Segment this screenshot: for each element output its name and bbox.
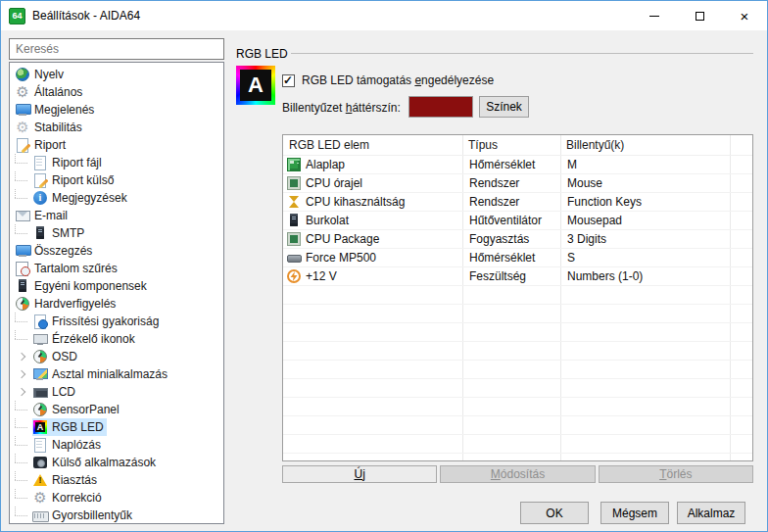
sidebar-item-label: Tartalom szűrés bbox=[34, 262, 118, 275]
row-keys: S bbox=[560, 251, 730, 265]
tree-connector bbox=[14, 436, 32, 454]
colors-button[interactable]: Színek bbox=[479, 96, 529, 118]
case-icon bbox=[286, 213, 302, 228]
tree-connector bbox=[14, 507, 32, 524]
sidebar-item-stabilitas[interactable]: Stabilitás bbox=[10, 119, 223, 136]
group-divider bbox=[291, 53, 753, 54]
table-row-alaplap[interactable]: AlaplapHőmérsékletM bbox=[283, 156, 752, 174]
sidebar-item-label: E-mail bbox=[34, 209, 68, 222]
search-input[interactable] bbox=[9, 38, 224, 60]
tree-connector bbox=[14, 454, 32, 471]
motherboard-icon bbox=[286, 157, 302, 172]
sidebar-item-tartalom-szures[interactable]: Tartalom szűrés bbox=[10, 260, 223, 277]
sidebar-item-osd[interactable]: OSD bbox=[10, 348, 223, 365]
sidebar-item-sensorpanel[interactable]: SensorPanel bbox=[10, 401, 223, 418]
row-name: Force MP500 bbox=[306, 251, 376, 265]
chevron-right-icon[interactable] bbox=[14, 348, 32, 365]
sidebar-item-label: Stabilitás bbox=[34, 121, 82, 134]
sidebar-item-label: Megjegyzések bbox=[52, 191, 127, 205]
maximize-button[interactable] bbox=[677, 1, 722, 30]
table-row-cpu-package[interactable]: CPU PackageFogyasztás3 Digits bbox=[283, 230, 752, 249]
row-type: Hűtőventilátor bbox=[462, 214, 560, 227]
row-keys: Mouse bbox=[560, 176, 730, 190]
column-header-tipus[interactable]: Típus bbox=[462, 135, 560, 156]
tree-connector bbox=[14, 401, 32, 418]
sidebar-item-label: Riport fájl bbox=[52, 156, 102, 169]
sidebar-item-label: Nyelv bbox=[34, 68, 64, 81]
modify-button[interactable]: Módosítás bbox=[440, 465, 595, 483]
doc-icon bbox=[32, 155, 48, 170]
sensoricons-icon bbox=[32, 331, 48, 347]
tree-connector bbox=[14, 471, 32, 489]
sidebar-item-egyeni-komponensek[interactable]: Egyéni komponensek bbox=[10, 277, 223, 295]
column-header-billentyu-k[interactable]: Billentyű(k) bbox=[560, 135, 730, 156]
table-row-burkolat[interactable]: BurkolatHűtőventilátorMousepad bbox=[283, 212, 752, 230]
minimize-button[interactable] bbox=[632, 1, 677, 30]
row-name: Alaplap bbox=[306, 158, 345, 171]
delete-button[interactable]: Törlés bbox=[599, 465, 753, 483]
group-title: RGB LED bbox=[236, 47, 288, 61]
sidebar-item-kulso-alkalmazasok[interactable]: Külső alkalmazások bbox=[10, 454, 223, 471]
email-icon bbox=[15, 208, 30, 223]
row-type: Rendszer bbox=[462, 176, 560, 190]
sidebar-item-smtp[interactable]: SMTP bbox=[10, 224, 223, 242]
sidebar-item-megjegyzesek[interactable]: Megjegyzések bbox=[10, 189, 223, 207]
sidebar-item-riport-kulso[interactable]: Riport külső bbox=[10, 171, 223, 189]
sidebar-item-label: Megjelenés bbox=[34, 103, 94, 117]
keyboard-bg-label: Billentyűzet háttérszín: bbox=[282, 101, 401, 115]
sidebar-item-rgb-led[interactable]: RGB LED bbox=[10, 418, 223, 436]
row-keys: Function Keys bbox=[560, 195, 730, 209]
sidebar-item-riasztas[interactable]: Riasztás bbox=[10, 471, 223, 489]
sidebar-item-erzekelo-ikonok[interactable]: Érzékelő ikonok bbox=[10, 330, 223, 348]
settings-tree: NyelvÁltalánosMegjelenésStabilitásRiport… bbox=[9, 62, 224, 524]
new-button[interactable]: Új bbox=[282, 465, 437, 483]
close-button[interactable]: × bbox=[722, 1, 767, 30]
server-icon bbox=[32, 225, 48, 241]
general-icon bbox=[15, 84, 30, 100]
table-empty-row bbox=[283, 342, 752, 361]
sidebar-item-naplozas[interactable]: Naplózás bbox=[10, 436, 223, 454]
sidebar-item-hardverfigyeles[interactable]: Hardverfigyelés bbox=[10, 295, 223, 313]
sidebar-item-megjelenes[interactable]: Megjelenés bbox=[10, 101, 223, 119]
sidebar-item-label: LCD bbox=[52, 385, 75, 399]
sidebar-item-korrekcio[interactable]: Korrekció bbox=[10, 489, 223, 507]
sidebar-item-osszegzes[interactable]: Összegzés bbox=[10, 242, 223, 260]
sidebar-item-altalanos[interactable]: Általános bbox=[10, 83, 223, 101]
display-icon bbox=[15, 102, 30, 118]
keyboard-bg-swatch[interactable] bbox=[408, 96, 473, 118]
table-empty-row bbox=[283, 379, 752, 398]
doc-icon bbox=[32, 437, 48, 453]
table-row-cpu-orajel[interactable]: CPU órajelRendszerMouse bbox=[283, 174, 752, 193]
row-name: +12 V bbox=[306, 269, 337, 283]
sidebar-item-nyelv[interactable]: Nyelv bbox=[10, 66, 223, 83]
settings-dialog: 64 Beállítások - AIDA64 × NyelvÁltalános… bbox=[0, 0, 768, 532]
chevron-right-icon[interactable] bbox=[14, 383, 32, 401]
table-row-12-v[interactable]: +12 VFeszültségNumbers (1-0) bbox=[283, 267, 752, 286]
cancel-button[interactable]: Mégsem bbox=[600, 502, 669, 524]
ok-button[interactable]: OK bbox=[520, 502, 589, 524]
row-keys: Mousepad bbox=[560, 214, 730, 227]
filter-icon bbox=[15, 261, 30, 276]
rgb-led-big-icon bbox=[236, 66, 275, 105]
summary-icon bbox=[15, 243, 30, 259]
sidebar-item-lcd[interactable]: LCD bbox=[10, 383, 223, 401]
table-empty-row bbox=[283, 435, 752, 454]
sidebar-item-e-mail[interactable]: E-mail bbox=[10, 207, 223, 224]
apply-button[interactable]: Alkalmaz bbox=[677, 502, 745, 524]
keyboard-icon bbox=[32, 508, 48, 523]
column-header-rgb-led-elem[interactable]: RGB LED elem bbox=[283, 135, 462, 156]
table-row-cpu-kihasznaltsag[interactable]: CPU kihasználtságRendszerFunction Keys bbox=[283, 193, 752, 212]
sidebar-item-riport[interactable]: Riport bbox=[10, 136, 223, 154]
chevron-right-icon[interactable] bbox=[14, 365, 32, 383]
rgb-led-enable-checkbox[interactable] bbox=[282, 74, 295, 87]
sidebar-item-label: Gyorsbillentyűk bbox=[52, 508, 132, 522]
sidebar-item-asztal-minialkalmazas[interactable]: Asztal minialkalmazás bbox=[10, 365, 223, 383]
sidebar-item-gyorsbillentyuk[interactable]: Gyorsbillentyűk bbox=[10, 507, 223, 524]
sidebar-item-frissitesi-gyakorisag[interactable]: Frissítési gyakoriság bbox=[10, 313, 223, 330]
sidebar-item-label: Riport külső bbox=[52, 173, 114, 187]
sidebar-item-riport-fajl[interactable]: Riport fájl bbox=[10, 154, 223, 171]
sidebar-item-label: SMTP bbox=[52, 226, 84, 240]
aida64-app-icon: 64 bbox=[9, 8, 25, 24]
row-name: CPU Package bbox=[306, 232, 379, 246]
table-row-force-mp500[interactable]: Force MP500HőmérsékletS bbox=[283, 249, 752, 267]
